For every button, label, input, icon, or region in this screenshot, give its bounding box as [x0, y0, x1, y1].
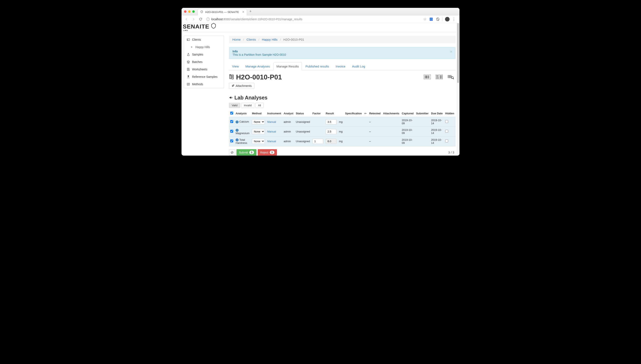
- row-checkbox[interactable]: [230, 140, 233, 142]
- info-icon[interactable]: i: [236, 120, 238, 124]
- sidebar-item-clients[interactable]: Clients: [184, 36, 224, 43]
- unit-cell: mg: [338, 127, 344, 136]
- tab-view[interactable]: View: [229, 62, 242, 70]
- url-path: :8080/senaite/clients/client-10/H2O-0010…: [223, 18, 302, 21]
- new-tab-button[interactable]: +: [249, 9, 252, 14]
- result-input[interactable]: [326, 139, 337, 144]
- section-title: Lab Analyses: [234, 95, 267, 101]
- profile-avatar[interactable]: [445, 17, 450, 22]
- sidebar-label: Clients: [192, 38, 201, 41]
- content-tabs: View Manage Analyses Manage Results Publ…: [229, 62, 456, 70]
- sidebar-item-reference-samples[interactable]: Reference Samples: [184, 73, 224, 80]
- sidebar-item-batches[interactable]: Batches: [184, 58, 224, 66]
- submit-button[interactable]: Submit 3: [236, 149, 256, 156]
- browser-menu-button[interactable]: ⋮: [452, 17, 456, 22]
- reload-button[interactable]: [198, 16, 203, 22]
- back-button[interactable]: [184, 16, 189, 22]
- vertical-scrollbar[interactable]: [457, 23, 459, 156]
- barcode-sheet-button[interactable]: [436, 75, 443, 80]
- tab-published-results[interactable]: Published results: [302, 62, 332, 70]
- hidden-checkbox[interactable]: [445, 140, 448, 142]
- info-icon[interactable]: i: [236, 138, 238, 141]
- table-row: iCalcium None Manual admin Unassigned mg…: [229, 117, 456, 127]
- chevron-right-icon: [190, 46, 193, 49]
- breadcrumb-clients[interactable]: Clients: [247, 38, 256, 41]
- svg-rect-20: [436, 75, 443, 79]
- hidden-checkbox[interactable]: [445, 120, 448, 123]
- extension-icon-1[interactable]: [429, 17, 433, 21]
- breadcrumb-home[interactable]: Home: [232, 38, 241, 41]
- pin-icon: [187, 75, 190, 78]
- sidebar-item-happy-hills[interactable]: Happy Hills: [184, 43, 224, 51]
- submit-label: Submit: [239, 151, 248, 154]
- bookmark-button[interactable]: ☆: [423, 17, 427, 22]
- info-icon[interactable]: i: [236, 129, 238, 132]
- hidden-checkbox[interactable]: [445, 130, 448, 133]
- site-info-icon[interactable]: i: [206, 18, 210, 21]
- sample-vial-icon: [229, 74, 234, 80]
- logo-shield-icon: [210, 23, 217, 30]
- sidebar-label: Methods: [192, 82, 203, 86]
- close-tab-button[interactable]: ×: [242, 10, 244, 14]
- sidebar-item-samples[interactable]: Samples: [184, 51, 224, 58]
- svg-rect-10: [230, 74, 231, 75]
- factor-input[interactable]: [312, 139, 323, 144]
- col-submitter: Submitter: [415, 110, 430, 117]
- logo-text: SENAITE: [183, 23, 209, 30]
- result-input[interactable]: [326, 119, 337, 124]
- minimize-window-button[interactable]: [188, 10, 191, 13]
- col-result: Result: [325, 110, 338, 117]
- reject-button[interactable]: Reject 3: [258, 149, 277, 156]
- close-window-button[interactable]: [184, 10, 186, 13]
- browser-toolbar: i localhost:8080/senaite/clients/client-…: [182, 15, 459, 23]
- address-card-icon: [187, 38, 190, 41]
- instrument-link[interactable]: Manual: [267, 140, 276, 143]
- method-select[interactable]: None: [252, 129, 265, 134]
- sidebar-label: Samples: [192, 53, 203, 56]
- address-bar[interactable]: i localhost:8080/senaite/clients/client-…: [205, 18, 422, 21]
- tab-audit-log[interactable]: Audit Log: [349, 62, 368, 70]
- due-cell: 2019-10-14: [430, 117, 444, 127]
- instrument-link[interactable]: Manual: [267, 130, 276, 133]
- sidebar-item-worksheets[interactable]: Worksheets: [184, 66, 224, 73]
- breadcrumb-client[interactable]: Happy Hills: [262, 38, 277, 41]
- barcode-search-button[interactable]: [448, 75, 454, 80]
- svg-point-5: [187, 39, 188, 40]
- filter-invalid[interactable]: Invalid: [241, 103, 254, 108]
- filter-valid[interactable]: Valid: [229, 103, 240, 108]
- row-checkbox[interactable]: [230, 120, 233, 123]
- analyst-cell: admin: [282, 127, 294, 136]
- sidebar-nav: Clients Happy Hills Samples Batches: [184, 36, 224, 88]
- barcode-1d-button[interactable]: [424, 75, 431, 80]
- extension-icon-2[interactable]: [436, 17, 440, 21]
- forward-button[interactable]: [191, 16, 196, 22]
- col-attachments: Attachments: [382, 110, 401, 117]
- app-logo[interactable]: SENAITE LIMS: [183, 23, 217, 31]
- alert-close-button[interactable]: ×: [450, 49, 452, 54]
- row-checkbox[interactable]: [230, 130, 233, 133]
- analyst-cell: admin: [282, 117, 294, 127]
- instrument-link[interactable]: Manual: [267, 120, 276, 124]
- method-select[interactable]: None: [252, 139, 265, 144]
- breadcrumb: Home / Clients / Happy Hills / H2O-0010-…: [229, 36, 456, 43]
- tab-manage-analyses[interactable]: Manage Analyses: [242, 62, 273, 70]
- method-select[interactable]: None: [252, 119, 265, 124]
- megaphone-icon: [229, 95, 233, 101]
- attachments-button[interactable]: Attachments: [229, 83, 254, 89]
- select-all-checkbox[interactable]: [230, 112, 233, 114]
- page-title: H2O-0010-P01: [236, 73, 282, 81]
- browser-tab[interactable]: H2O-0010-P01 — SENAITE ×: [198, 9, 247, 15]
- tab-invoice[interactable]: Invoice: [333, 62, 349, 70]
- worksheet-icon: [187, 68, 190, 71]
- result-input[interactable]: [326, 129, 337, 134]
- window-titlebar: H2O-0010-P01 — SENAITE × +: [182, 8, 459, 15]
- maximize-window-button[interactable]: [192, 10, 195, 13]
- sidebar-item-methods[interactable]: Methods: [184, 80, 224, 88]
- filter-all[interactable]: All: [255, 103, 264, 108]
- tab-manage-results[interactable]: Manage Results: [273, 62, 302, 70]
- flask-icon: [187, 53, 190, 56]
- reject-count: 3: [270, 151, 274, 154]
- clear-selection-button[interactable]: [229, 150, 235, 156]
- col-analyst: Analyst: [282, 110, 294, 117]
- col-specification: Specification: [344, 110, 363, 117]
